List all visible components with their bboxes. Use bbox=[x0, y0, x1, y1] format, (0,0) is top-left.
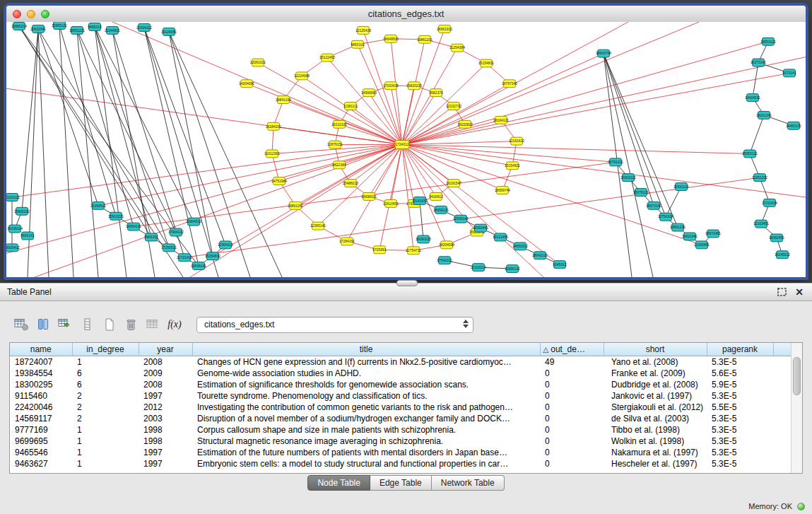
graph-node[interactable]: 15820236 bbox=[406, 82, 422, 90]
table-cell[interactable]: 9115460 bbox=[10, 390, 72, 402]
graph-node[interactable]: 12791914 bbox=[658, 213, 673, 221]
table-cell[interactable]: 2009 bbox=[139, 368, 192, 379]
graph-node[interactable]: 15488215 bbox=[343, 180, 358, 187]
table-cell[interactable]: 5.3E-5 bbox=[707, 356, 773, 368]
graph-node[interactable]: 14566963 bbox=[361, 89, 377, 97]
table-cell[interactable]: 0 bbox=[540, 368, 604, 379]
graph-node[interactable]: 15913221 bbox=[108, 212, 124, 220]
graph-node[interactable]: 17542212 bbox=[437, 257, 452, 264]
graph-node[interactable]: 19245012 bbox=[775, 251, 790, 259]
graph-node[interactable]: 19561231 bbox=[670, 223, 686, 231]
table-cell[interactable]: Estimation of significance thresholds fo… bbox=[192, 379, 540, 390]
graph-node[interactable]: 11012361 bbox=[264, 150, 280, 158]
table-cell[interactable]: 14569117 bbox=[10, 413, 72, 424]
import-table-icon[interactable] bbox=[55, 315, 75, 334]
graph-node[interactable]: 15154831 bbox=[478, 59, 494, 67]
table-cell[interactable]: 5.9E-5 bbox=[707, 379, 773, 390]
table-cell[interactable]: 6 bbox=[72, 379, 139, 390]
graph-node[interactable]: 12990132 bbox=[505, 265, 520, 273]
graph-node[interactable]: 19236114 bbox=[7, 225, 23, 233]
table-cell[interactable]: 2008 bbox=[139, 356, 192, 368]
graph-node[interactable]: 20904513 bbox=[186, 218, 201, 226]
graph-node[interactable]: 21721411 bbox=[177, 254, 192, 262]
graph-node[interactable]: 16210102 bbox=[331, 120, 347, 128]
tab-edge-table[interactable]: Edge Table bbox=[370, 475, 432, 491]
table-cell[interactable]: 1997 bbox=[139, 447, 192, 458]
table-cell[interactable]: 6 bbox=[72, 368, 139, 379]
table-cell[interactable]: Investigating the contribution of common… bbox=[192, 402, 540, 413]
table-cell[interactable]: 1997 bbox=[139, 390, 192, 402]
graph-node[interactable]: 18973141 bbox=[646, 201, 661, 209]
graph-node[interactable]: 19861201 bbox=[417, 35, 433, 43]
table-cell[interactable]: Changes of HCN gene expression and I(f) … bbox=[192, 356, 540, 368]
graph-node[interactable]: 15953121 bbox=[742, 150, 758, 158]
graph-node[interactable]: 9465214 bbox=[88, 23, 102, 30]
graph-node[interactable]: 15254832 bbox=[205, 252, 220, 260]
table-cell[interactable]: Hescheler et al. (1997) bbox=[604, 458, 707, 469]
new-table-icon[interactable] bbox=[99, 315, 119, 334]
function-builder-icon[interactable]: f(x) bbox=[165, 315, 184, 334]
table-cell[interactable]: 5.3E-5 bbox=[707, 424, 773, 436]
graph-node[interactable]: 18021341 bbox=[756, 111, 772, 119]
graph-node[interactable]: 11381111 bbox=[343, 103, 358, 110]
table-cell[interactable]: 1998 bbox=[139, 436, 192, 447]
table-cell[interactable]: 1 bbox=[72, 458, 139, 469]
zoom-button[interactable] bbox=[41, 10, 49, 18]
memory-status-icon[interactable] bbox=[797, 503, 805, 510]
table-row[interactable]: 2242004622012Investigating the contribut… bbox=[10, 402, 793, 413]
table-row[interactable]: 977716911998Corpus callosum shape and si… bbox=[10, 424, 793, 436]
graph-node[interactable]: 17284161 bbox=[339, 238, 355, 245]
float-panel-icon[interactable] bbox=[777, 288, 787, 296]
graph-node[interactable]: 12103451 bbox=[753, 220, 769, 228]
graph-node[interactable]: 9905152 bbox=[144, 233, 158, 241]
graph-node[interactable]: 18930412 bbox=[6, 244, 20, 252]
graph-node[interactable]: 12536141 bbox=[453, 215, 469, 223]
table-cell[interactable]: 18300295 bbox=[10, 379, 72, 390]
table-cell[interactable]: 0 bbox=[540, 447, 604, 458]
graph-node[interactable]: 16791221 bbox=[608, 158, 623, 166]
graph-node[interactable]: 18959744 bbox=[495, 187, 510, 194]
graph-node[interactable]: 18841334 bbox=[276, 96, 291, 104]
graph-node[interactable]: 22061021 bbox=[250, 59, 266, 66]
table-cell[interactable]: 1 bbox=[72, 436, 139, 447]
table-cell[interactable]: 0 bbox=[540, 390, 604, 402]
table-cell[interactable]: Structural magnetic resonance image aver… bbox=[192, 436, 540, 447]
graph-node[interactable]: 15905121 bbox=[52, 22, 67, 29]
graph-node[interactable]: 19054121 bbox=[126, 223, 141, 230]
table-cell[interactable]: 9699695 bbox=[10, 436, 72, 447]
column-header-in_degree[interactable]: in_degree bbox=[72, 343, 139, 356]
table-cell[interactable]: 2 bbox=[72, 390, 139, 402]
table-row[interactable]: 1938455462009Genome-wide association stu… bbox=[10, 368, 793, 379]
table-cell[interactable]: 2008 bbox=[139, 379, 192, 390]
graph-node[interactable]: 16649500 bbox=[383, 35, 399, 42]
table-cell[interactable]: Dudbridge et al. (2008) bbox=[604, 379, 707, 390]
network-canvas[interactable]: 1619154794168121799935412610651186983211… bbox=[6, 22, 806, 277]
graph-node[interactable]: 9416812 bbox=[429, 192, 443, 200]
graph-node[interactable]: 16020822 bbox=[457, 120, 473, 128]
network-table-selector[interactable]: citations_edges.txt bbox=[196, 317, 473, 333]
table-cell[interactable]: 5.3E-5 bbox=[707, 413, 773, 424]
graph-node[interactable]: 20634112 bbox=[136, 23, 152, 31]
merge-table-icon[interactable] bbox=[143, 315, 163, 334]
table-cell[interactable]: 5.3E-5 bbox=[707, 436, 773, 447]
graph-node[interactable]: 14751984 bbox=[271, 177, 287, 185]
graph-node[interactable]: 17210334 bbox=[762, 199, 777, 206]
table-cell[interactable]: Tourette syndrome. Phenomenology and cla… bbox=[192, 390, 540, 402]
graph-node[interactable]: 12610651 bbox=[383, 199, 399, 207]
table-cell[interactable]: 5.3E-5 bbox=[707, 447, 773, 458]
table-row[interactable]: 969969511998Structural magnetic resonanc… bbox=[10, 436, 793, 447]
table-cell[interactable]: Franke et al. (2009) bbox=[604, 368, 707, 379]
table-cell[interactable]: 0 bbox=[540, 424, 604, 436]
table-row[interactable]: 946554611997Estimation of the future num… bbox=[10, 447, 793, 458]
table-cell[interactable]: Tibbo et al. (1998) bbox=[604, 424, 707, 436]
graph-node[interactable]: 15122453 bbox=[319, 54, 335, 62]
graph-node[interactable]: 17904122 bbox=[168, 228, 184, 236]
table-cell[interactable]: Yano et al. (2008) bbox=[604, 356, 707, 368]
table-cell[interactable]: 5.3E-5 bbox=[707, 458, 773, 469]
table-settings-icon[interactable] bbox=[11, 315, 31, 334]
tab-node-table[interactable]: Node Table bbox=[307, 475, 370, 491]
close-panel-icon[interactable]: ✕ bbox=[795, 288, 804, 296]
graph-node[interactable]: 19536141 bbox=[191, 262, 206, 270]
graph-node[interactable]: 18042121 bbox=[532, 252, 548, 259]
graph-node[interactable]: 16273141 bbox=[751, 59, 766, 66]
